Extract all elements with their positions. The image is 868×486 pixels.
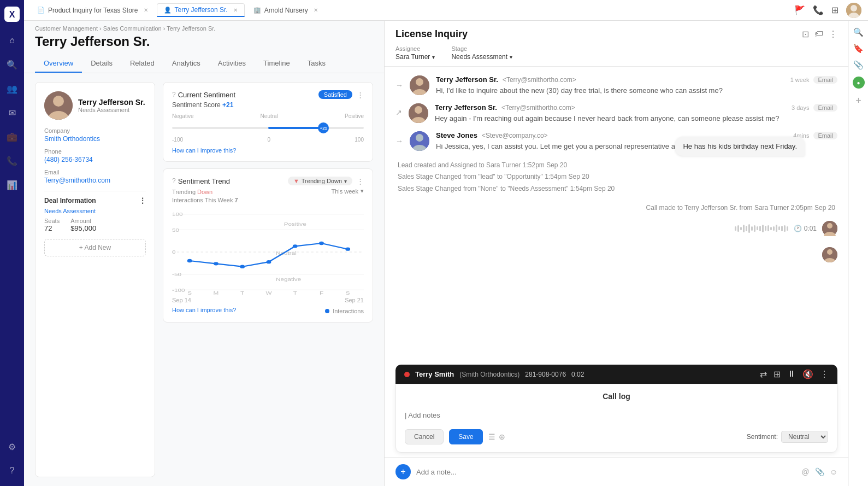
- tab-tasks[interactable]: Tasks: [299, 55, 334, 73]
- ai-bubble: He has his kids birthday next Friday.: [675, 137, 805, 156]
- week-selector[interactable]: This week ▾: [331, 188, 364, 195]
- email-link[interactable]: Terry@smithortho.com: [44, 177, 146, 184]
- flag-icon[interactable]: 🚩: [794, 5, 805, 15]
- main-content: 📄 Product Inquiry for Texas Store ✕ 👤 Te…: [24, 0, 868, 486]
- call-more-icon[interactable]: ⋮: [820, 369, 829, 379]
- assignee-value[interactable]: Sara Turner ▾: [395, 53, 435, 61]
- sentiment-more-icon[interactable]: ⋮: [357, 91, 364, 99]
- inquiry-tag-icon[interactable]: 🏷: [814, 29, 823, 39]
- msg-arrow-2-icon: ↙: [395, 109, 402, 118]
- grid-icon[interactable]: ⊞: [831, 5, 839, 15]
- svg-point-31: [267, 260, 271, 264]
- tab-overview[interactable]: Overview: [35, 55, 82, 73]
- improve-link-trend[interactable]: How can I improve this?: [172, 307, 236, 313]
- sidebar-home-icon[interactable]: ⌂: [2, 31, 22, 50]
- timeline-event-2: Sales Stage Changed from "lead" to "Oppo…: [398, 171, 835, 183]
- tab-product-inquiry[interactable]: 📄 Product Inquiry for Texas Store ✕: [31, 4, 155, 16]
- breadcrumb-sales[interactable]: Sales Communication: [103, 25, 162, 32]
- breadcrumb-customer[interactable]: Customer Management: [35, 25, 98, 32]
- tab-arnold[interactable]: 🏢 Arnold Nursery ✕: [247, 4, 324, 16]
- msg-email-2: <Terry@smithortho.com>: [501, 104, 575, 112]
- phone-link[interactable]: (480) 256-36734: [44, 156, 146, 163]
- msg-header-2: Terry Jefferson Sr. <Terry@smithortho.co…: [435, 103, 837, 112]
- tab-close-1[interactable]: ✕: [144, 7, 148, 13]
- tab-close-3[interactable]: ✕: [314, 7, 318, 13]
- sidebar: X ⌂ 🔍 👥 ✉ 💼 📞 📊 ⚙ ?: [0, 0, 24, 486]
- sidebar-help-icon[interactable]: ?: [2, 461, 22, 481]
- sidebar-inbox-icon[interactable]: ✉: [2, 103, 22, 122]
- msg-name-1: Terry Jefferson Sr.: [436, 75, 498, 84]
- tab-activities[interactable]: Activities: [209, 55, 255, 73]
- caller-company: (Smith Orthodontics): [459, 371, 519, 378]
- tab-details[interactable]: Details: [82, 55, 121, 73]
- emoji-icon[interactable]: ☺: [830, 467, 837, 476]
- add-new-button[interactable]: + Add New: [44, 239, 146, 256]
- timeline-events: Lead created and Assigned to Sara Turner…: [395, 160, 837, 195]
- call-pause-icon[interactable]: ⏸: [787, 369, 796, 379]
- note-input[interactable]: [416, 468, 796, 476]
- caller-name: Terry Smith: [415, 370, 454, 378]
- sidebar-calls-icon[interactable]: 📞: [2, 151, 22, 171]
- edge-clip-icon[interactable]: 📎: [853, 60, 864, 70]
- app-logo[interactable]: X: [3, 5, 21, 23]
- tab-related[interactable]: Related: [121, 55, 163, 73]
- edge-search-icon[interactable]: 🔍: [853, 27, 864, 37]
- contact-name: Terry Jefferson Sr.: [78, 98, 145, 107]
- svg-point-39: [415, 106, 422, 114]
- call-transfer-icon[interactable]: ⇄: [760, 369, 767, 379]
- edge-plus-icon[interactable]: +: [855, 95, 861, 107]
- chart-date-start: Sep 14: [172, 297, 191, 303]
- sentiment-select[interactable]: Neutral Positive Negative: [781, 431, 828, 443]
- sidebar-settings-icon[interactable]: ⚙: [2, 437, 22, 456]
- call-notes-input[interactable]: [405, 406, 828, 424]
- sidebar-search-icon[interactable]: 🔍: [2, 55, 22, 74]
- attach-icon[interactable]: 📎: [815, 467, 824, 476]
- svg-text:-50: -50: [172, 272, 181, 277]
- call-log-actions: Cancel Save ☰ ⊕ Sentiment: Neutral Posit…: [405, 429, 828, 444]
- tab-terry[interactable]: 👤 Terry Jefferson Sr. ✕: [157, 3, 245, 17]
- inquiry-expand-icon[interactable]: ⊡: [802, 29, 809, 39]
- contact-info: Terry Jefferson Sr. Needs Assessment: [78, 98, 145, 113]
- phone-icon[interactable]: 📞: [813, 5, 824, 15]
- svg-point-45: [827, 223, 832, 229]
- tab-timeline[interactable]: Timeline: [255, 55, 299, 73]
- sentiment-info-icon[interactable]: ?: [172, 91, 176, 98]
- save-button[interactable]: Save: [449, 429, 482, 444]
- msg-text-1: Hi, I'd like to inquire about the new (3…: [436, 86, 837, 96]
- call-log-add-icon[interactable]: ⊕: [499, 432, 505, 441]
- message-item: → Terry Jefferson Sr. <Terry@smithortho.…: [395, 75, 837, 96]
- contact-card: Terry Jefferson Sr. Needs Assessment Com…: [35, 82, 155, 477]
- edge-green-badge[interactable]: ●: [853, 77, 865, 89]
- improve-link-sentiment[interactable]: How can I improve this?: [172, 147, 364, 154]
- more-options-icon[interactable]: ⋮: [139, 197, 146, 204]
- trend-more-icon[interactable]: ⋮: [357, 177, 364, 185]
- stage-value[interactable]: Needs Assessment ▾: [451, 53, 512, 61]
- active-call-banner: Terry Smith (Smith Orthodontics) 281-908…: [395, 365, 837, 384]
- company-link[interactable]: Smith Orthodontics: [44, 135, 146, 143]
- call-waveform: [735, 224, 788, 233]
- trend-badge[interactable]: ▼ Trending Down ▾: [288, 177, 352, 185]
- tab-close-2[interactable]: ✕: [233, 7, 238, 13]
- left-panel-body: Terry Jefferson Sr. Needs Assessment Com…: [24, 73, 384, 486]
- call-log-list-icon[interactable]: ☰: [488, 432, 495, 441]
- msg-avatar-3: [410, 131, 429, 151]
- call-grid-icon[interactable]: ⊞: [773, 369, 781, 379]
- breadcrumb: Customer Management › Sales Communicatio…: [24, 21, 384, 34]
- sidebar-deals-icon[interactable]: 💼: [2, 127, 22, 147]
- edge-bookmark-icon[interactable]: 🔖: [853, 44, 864, 54]
- inquiry-more-icon[interactable]: ⋮: [829, 29, 837, 39]
- tab-contact-icon: 👤: [164, 7, 172, 14]
- trend-info-icon[interactable]: ?: [172, 177, 176, 185]
- sidebar-analytics-icon[interactable]: 📊: [2, 175, 22, 195]
- call-mute-icon[interactable]: 🔇: [802, 369, 813, 379]
- sentiment-panels: ? Current Sentiment Satisfied ⋮ Sentimen…: [163, 82, 373, 477]
- sentiment-selector: Sentiment: Neutral Positive Negative: [747, 431, 828, 443]
- sidebar-users-icon[interactable]: 👥: [2, 79, 22, 98]
- add-note-button[interactable]: +: [395, 464, 411, 479]
- tab-analytics[interactable]: Analytics: [163, 55, 209, 73]
- msg-content-1: Terry Jefferson Sr. <Terry@smithortho.co…: [436, 75, 837, 96]
- cancel-button[interactable]: Cancel: [405, 429, 444, 444]
- trend-chevron-icon: ▾: [344, 178, 347, 184]
- mention-icon[interactable]: @: [801, 467, 809, 476]
- user-avatar[interactable]: [846, 3, 861, 18]
